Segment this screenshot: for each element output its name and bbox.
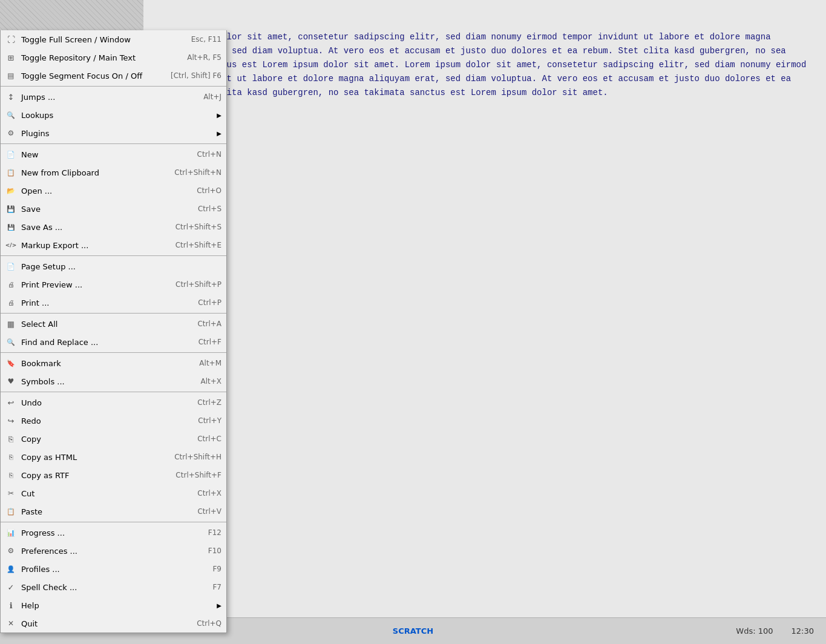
menu-item-symbols[interactable]: Symbols ...Alt+X: [1, 372, 226, 390]
menu-item-bookmark[interactable]: BookmarkAlt+M: [1, 354, 226, 372]
newclip-icon: [3, 166, 19, 179]
menu-item-copy-html[interactable]: Copy as HTMLCtrl+Shift+H: [1, 448, 226, 466]
menu-label-print: Print ...: [19, 298, 186, 307]
spell-icon: [3, 580, 19, 594]
menu-label-new-clipboard: New from Clipboard: [19, 168, 162, 177]
menu-shortcut-copy: Ctrl+C: [197, 435, 221, 443]
menu-label-bookmark: Bookmark: [19, 359, 187, 368]
prefs-icon: [3, 544, 19, 557]
menu-item-save-as[interactable]: Save As ...Ctrl+Shift+S: [1, 218, 226, 236]
cut-icon: [3, 487, 19, 500]
menu-label-find-replace: Find and Replace ...: [19, 338, 186, 347]
menu-label-toggle-repo: Toggle Repository / Main Text: [19, 53, 175, 62]
submenu-arrow-lookups: ▶: [217, 112, 221, 119]
menu-item-print[interactable]: Print ...Ctrl+P: [1, 294, 226, 312]
menu-label-print-preview: Print Preview ...: [19, 280, 163, 289]
menu-item-lookups[interactable]: Lookups▶: [1, 106, 226, 124]
menu-shortcut-save: Ctrl+S: [198, 205, 221, 213]
menu-item-spell-check[interactable]: Spell Check ...F7: [1, 578, 226, 596]
menu-shortcut-quit: Ctrl+Q: [197, 619, 221, 628]
open-icon: [3, 184, 19, 197]
menu-shortcut-progress: F12: [208, 528, 221, 537]
menu-item-copy[interactable]: CopyCtrl+C: [1, 430, 226, 448]
segment-icon: [3, 69, 19, 82]
markup-icon: [3, 238, 19, 252]
menu-item-copy-rtf[interactable]: Copy as RTFCtrl+Shift+F: [1, 466, 226, 484]
print-icon: [3, 296, 19, 309]
new-icon: [3, 148, 19, 161]
menu-shortcut-find-replace: Ctrl+F: [198, 338, 221, 346]
copyhtml-icon: [3, 450, 19, 464]
menu-label-jumps: Jumps ...: [19, 93, 191, 102]
word-count-status: Wds: 100: [736, 626, 773, 636]
menu-label-help: Help: [19, 601, 213, 610]
menu-item-help[interactable]: Help▶: [1, 596, 226, 614]
profiles-icon: [3, 562, 19, 576]
menu-separator: [1, 352, 226, 353]
menu-item-select-all[interactable]: Select AllCtrl+A: [1, 315, 226, 333]
paste-icon: [3, 505, 19, 518]
menu-label-toggle-segment: Toggle Segment Focus On / Off: [19, 71, 159, 80]
menu-label-page-setup: Page Setup ...: [19, 262, 221, 271]
menu-item-redo[interactable]: RedoCtrl+Y: [1, 412, 226, 430]
lookup-icon: [3, 108, 19, 122]
menu-separator: [1, 255, 226, 256]
submenu-arrow-plugins: ▶: [217, 130, 221, 137]
menu-label-progress: Progress ...: [19, 528, 196, 537]
menu-item-toggle-fullscreen[interactable]: Toggle Full Screen / WindowEsc, F11: [1, 30, 226, 48]
redo-icon: [3, 414, 19, 427]
bookmark-icon: [3, 356, 19, 370]
help-icon: [3, 599, 19, 612]
menu-item-new[interactable]: NewCtrl+N: [1, 145, 226, 163]
submenu-arrow-help: ▶: [217, 602, 221, 609]
scratch-status: SCRATCH: [393, 626, 433, 636]
saveas-icon: [3, 220, 19, 234]
menu-item-print-preview[interactable]: Print Preview ...Ctrl+Shift+P: [1, 275, 226, 294]
selectall-icon: [3, 317, 19, 330]
menu-shortcut-copy-html: Ctrl+Shift+H: [174, 453, 221, 461]
menu-label-copy: Copy: [19, 435, 185, 444]
menu-item-jumps[interactable]: Jumps ...Alt+J: [1, 88, 226, 106]
fullscreen-icon: [3, 33, 19, 46]
menu-item-new-clipboard[interactable]: New from ClipboardCtrl+Shift+N: [1, 163, 226, 182]
menu-item-save[interactable]: SaveCtrl+S: [1, 200, 226, 218]
menu-item-toggle-repo[interactable]: Toggle Repository / Main TextAlt+R, F5: [1, 48, 226, 67]
menu-item-paste[interactable]: PasteCtrl+V: [1, 502, 226, 521]
menu-item-progress[interactable]: Progress ...F12: [1, 524, 226, 542]
main-content-area: Lorem ipsum dolor sit amet, consetetur s…: [143, 0, 826, 617]
menu-label-new: New: [19, 150, 185, 159]
menu-shortcut-profiles: F9: [212, 565, 221, 573]
repo-icon: [3, 51, 19, 64]
menu-separator: [1, 522, 226, 522]
menu-item-profiles[interactable]: Profiles ...F9: [1, 560, 226, 578]
menu-item-markup-export[interactable]: Markup Export ...Ctrl+Shift+E: [1, 236, 226, 254]
menu-item-quit[interactable]: QuitCtrl+Q: [1, 614, 226, 632]
find-icon: [3, 335, 19, 349]
menu-shortcut-save-as: Ctrl+Shift+S: [175, 223, 221, 231]
copyrtf-icon: [3, 468, 19, 482]
menu-item-find-replace[interactable]: Find and Replace ...Ctrl+F: [1, 333, 226, 351]
menu-label-markup-export: Markup Export ...: [19, 241, 163, 250]
menu-label-spell-check: Spell Check ...: [19, 583, 200, 592]
menu-shortcut-print-preview: Ctrl+Shift+P: [175, 280, 221, 289]
menu-label-toggle-fullscreen: Toggle Full Screen / Window: [19, 35, 179, 44]
menu-item-cut[interactable]: CutCtrl+X: [1, 484, 226, 502]
menu-separator: [1, 313, 226, 314]
menu-label-undo: Undo: [19, 398, 185, 407]
menu-item-open[interactable]: Open ...Ctrl+O: [1, 182, 226, 200]
menu-item-plugins[interactable]: Plugins▶: [1, 124, 226, 142]
menu-label-preferences: Preferences ...: [19, 547, 196, 556]
copy-icon: [3, 432, 19, 445]
menu-item-page-setup[interactable]: Page Setup ...: [1, 257, 226, 275]
menu-label-redo: Redo: [19, 416, 186, 426]
menu-item-toggle-segment[interactable]: Toggle Segment Focus On / Off[Ctrl, Shif…: [1, 67, 226, 85]
menu-label-save: Save: [19, 205, 186, 214]
main-text: Lorem ipsum dolor sit amet, consetetur s…: [156, 30, 814, 100]
menu-shortcut-bookmark: Alt+M: [199, 359, 221, 367]
menu-item-undo[interactable]: UndoCtrl+Z: [1, 393, 226, 412]
menu-item-preferences[interactable]: Preferences ...F10: [1, 542, 226, 560]
menu-shortcut-cut: Ctrl+X: [197, 489, 221, 498]
menu-label-symbols: Symbols ...: [19, 377, 188, 386]
menu-shortcut-symbols: Alt+X: [200, 377, 221, 386]
plugins-icon: [3, 126, 19, 140]
